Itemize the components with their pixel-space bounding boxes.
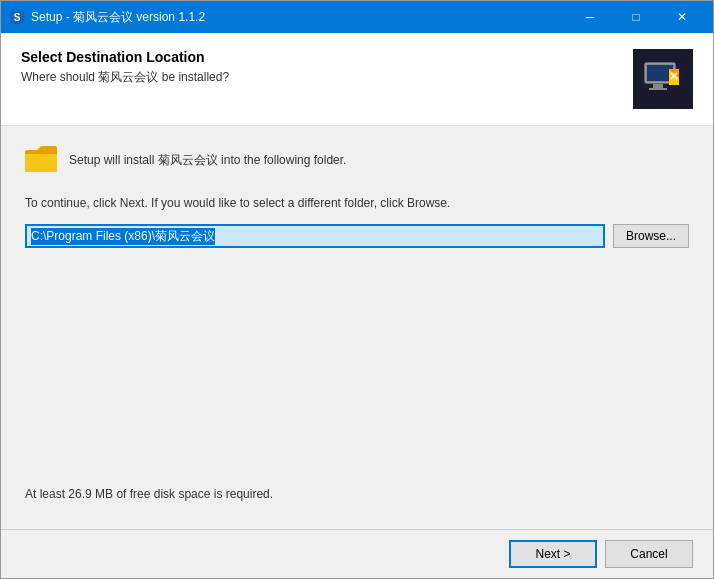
info-text: Setup will install 菊风云会议 into the follow… [69, 152, 346, 169]
maximize-button[interactable]: □ [613, 1, 659, 33]
section-title: Select Destination Location [21, 49, 229, 65]
browse-button[interactable]: Browse... [613, 224, 689, 248]
destination-path-input[interactable] [25, 224, 605, 248]
path-row: Browse... [25, 224, 689, 248]
header-section: Select Destination Location Where should… [1, 33, 713, 126]
minimize-button[interactable]: ─ [567, 1, 613, 33]
cancel-button[interactable]: Cancel [605, 540, 693, 568]
title-bar: S Setup - 菊风云会议 version 1.1.2 ─ □ ✕ [1, 1, 713, 33]
app-icon: S [9, 9, 25, 25]
spacer [25, 268, 689, 487]
footer-section: Next > Cancel [1, 529, 713, 578]
window-title: Setup - 菊风云会议 version 1.1.2 [31, 9, 567, 26]
window-controls: ─ □ ✕ [567, 1, 705, 33]
svg-text:S: S [14, 12, 21, 23]
svg-rect-4 [653, 84, 663, 88]
svg-rect-5 [649, 88, 667, 90]
header-text: Select Destination Location Where should… [21, 49, 229, 86]
folder-icon [25, 146, 57, 174]
main-section: Setup will install 菊风云会议 into the follow… [1, 126, 713, 529]
info-box: Setup will install 菊风云会议 into the follow… [25, 146, 689, 174]
setup-window: S Setup - 菊风云会议 version 1.1.2 ─ □ ✕ Sele… [0, 0, 714, 579]
disk-space-text: At least 26.9 MB of free disk space is r… [25, 487, 689, 501]
next-button[interactable]: Next > [509, 540, 597, 568]
header-image [633, 49, 693, 109]
section-subtitle: Where should 菊风云会议 be installed? [21, 69, 229, 86]
close-button[interactable]: ✕ [659, 1, 705, 33]
instruction-text: To continue, click Next. If you would li… [25, 194, 689, 212]
